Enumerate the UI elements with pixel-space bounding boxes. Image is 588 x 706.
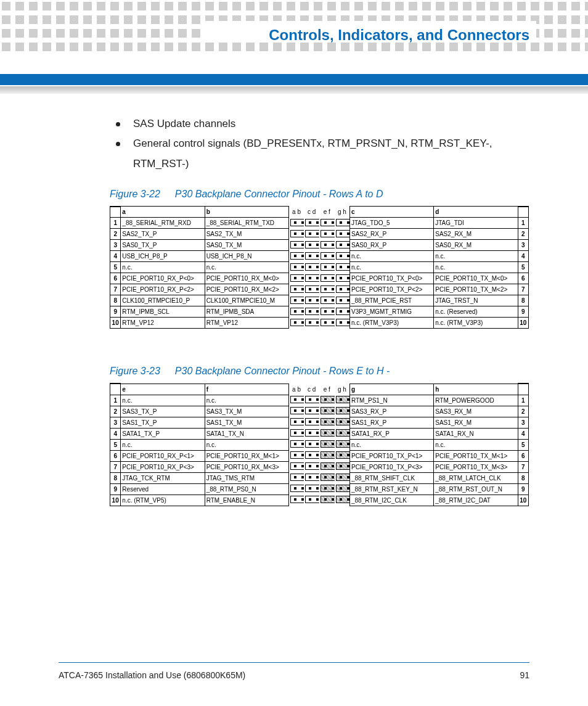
- pin-pair-icon: [321, 319, 335, 326]
- pin-pair-icon: [321, 440, 335, 448]
- pin-pair-icon: [290, 407, 304, 414]
- table-row: 8JTAG_TCK_RTMJTAG_TMS_RTM_88_RTM_SHIFT_C…: [110, 472, 529, 483]
- table-row: 5n.c.n.c.n.c.n.c.5: [110, 262, 529, 273]
- pin-pair-icon: [336, 485, 350, 492]
- pin-pair-icon: [321, 219, 335, 226]
- pin-pair-icon: [336, 297, 350, 304]
- header-blue-bar: [0, 74, 588, 85]
- pin-pair-icon: [305, 418, 319, 425]
- table-row: 1n.c.n.c.RTM_PS1_NRTM_POWERGOOD1: [110, 395, 529, 406]
- table-row: 4SATA1_TX_PSATA1_TX_NSATA1_RX_PSATA1_RX_…: [110, 428, 529, 439]
- pin-pair-icon: [321, 252, 335, 260]
- figure-caption-2: Figure 3-23P30 Backplane Connector Pinou…: [110, 366, 529, 377]
- pin-pair-icon: [336, 474, 350, 481]
- pin-pair-icon: [305, 230, 319, 237]
- pin-pair-icon: [305, 440, 319, 448]
- content-area: SAS Update channels General control sign…: [110, 114, 529, 506]
- table-row: 7PCIE_PORT10_RX_P<2>PCIE_PORT10_RX_M<2>P…: [110, 284, 529, 295]
- pin-pair-icon: [321, 285, 335, 293]
- pin-pair-icon: [321, 308, 335, 315]
- pin-pair-icon: [336, 396, 350, 403]
- pin-pair-icon: [305, 396, 319, 403]
- pin-pair-icon: [321, 496, 335, 503]
- table-row: 10RTM_VP12RTM_VP12n.c. (RTM_V3P3)n.c. (R…: [110, 318, 529, 329]
- pin-pair-icon: [321, 462, 335, 470]
- figure-label: Figure 3-22: [110, 189, 160, 199]
- pin-pair-icon: [290, 451, 304, 459]
- pin-pair-icon: [336, 451, 350, 459]
- table-row: 2SAS2_TX_PSAS2_TX_MSAS2_RX_PSAS2_RX_M2: [110, 229, 529, 240]
- pin-pair-icon: [305, 485, 319, 492]
- pin-pair-icon: [305, 462, 319, 470]
- pin-pair-icon: [305, 474, 319, 481]
- pin-pair-icon: [336, 252, 350, 260]
- pin-pair-icon: [336, 230, 350, 237]
- pin-pair-icon: [336, 263, 350, 271]
- pin-pair-icon: [336, 319, 350, 326]
- pin-pair-icon: [305, 274, 319, 282]
- pin-pair-icon: [305, 219, 319, 226]
- pin-pair-icon: [336, 407, 350, 414]
- pin-pair-icon: [321, 396, 335, 403]
- pin-pair-icon: [305, 407, 319, 414]
- pin-pair-icon: [336, 418, 350, 425]
- pin-pair-icon: [290, 462, 304, 470]
- table-row: 6PCIE_PORT10_RX_P<1>PCIE_PORT10_RX_M<1>P…: [110, 450, 529, 461]
- pin-pair-icon: [305, 241, 319, 248]
- footer-left: ATCA-7365 Installation and Use (6806800K…: [59, 670, 245, 680]
- footer-page-number: 91: [520, 670, 529, 680]
- pin-pair-icon: [336, 274, 350, 282]
- pin-pair-icon: [290, 396, 304, 403]
- pinout-table-2: efa bc de fg hgh1n.c.n.c.RTM_PS1_NRTM_PO…: [110, 383, 529, 506]
- table-row: 7PCIE_PORT10_RX_P<3>PCIE_PORT10_RX_M<3>P…: [110, 461, 529, 472]
- pin-pair-icon: [305, 308, 319, 315]
- footer-rule: [59, 662, 529, 663]
- pin-pair-icon: [290, 252, 304, 260]
- table-header-row: aba bc de fg hcd: [110, 207, 529, 218]
- pin-pair-icon: [305, 297, 319, 304]
- bullet-item: General control signals (BD_PRESENTx, RT…: [116, 134, 529, 174]
- pin-pair-icon: [321, 429, 335, 437]
- figure-title: P30 Backplane Connector Pinout - Rows A …: [175, 189, 383, 199]
- table-row: 3SAS0_TX_PSAS0_TX_MSAS0_RX_PSAS0_RX_M3: [110, 240, 529, 251]
- pin-pair-icon: [290, 485, 304, 492]
- pin-pair-icon: [290, 297, 304, 304]
- figure-caption-1: Figure 3-22P30 Backplane Connector Pinou…: [110, 189, 529, 200]
- pin-pair-icon: [321, 418, 335, 425]
- pin-pair-icon: [336, 496, 350, 503]
- pin-pair-icon: [321, 230, 335, 237]
- page-header-title: Controls, Indicators, and Connectors: [269, 27, 529, 44]
- pin-pair-icon: [305, 429, 319, 437]
- pin-pair-icon: [336, 429, 350, 437]
- pin-pair-icon: [305, 285, 319, 293]
- pin-pair-icon: [336, 440, 350, 448]
- table-header-row: efa bc de fg hgh: [110, 384, 529, 395]
- pin-pair-icon: [290, 263, 304, 271]
- pin-pair-icon: [321, 241, 335, 248]
- table-row: 9RTM_IPMB_SCLRTM_IPMB_SDAV3P3_MGMT_RTMIG…: [110, 306, 529, 318]
- figure-label: Figure 3-23: [110, 366, 160, 376]
- pin-pair-icon: [321, 407, 335, 414]
- pin-pair-icon: [305, 263, 319, 271]
- table-row: 2SAS3_TX_PSAS3_TX_MSAS3_RX_PSAS3_RX_M2: [110, 406, 529, 417]
- table-row: 3SAS1_TX_PSAS1_TX_MSAS1_RX_PSAS1_RX_M3: [110, 417, 529, 428]
- pin-pair-icon: [305, 252, 319, 260]
- bullet-item: SAS Update channels: [116, 114, 529, 134]
- pin-pair-icon: [336, 241, 350, 248]
- pin-pair-icon: [336, 285, 350, 293]
- table-row: 10n.c. (RTM_VP5)RTM_ENABLE_N_88_RTM_I2C_…: [110, 495, 529, 506]
- pin-pair-icon: [305, 451, 319, 459]
- pin-pair-icon: [336, 462, 350, 470]
- pin-pair-icon: [321, 451, 335, 459]
- pin-pair-icon: [290, 319, 304, 326]
- pin-pair-icon: [305, 319, 319, 326]
- pin-pair-icon: [305, 496, 319, 503]
- header-shadow: [0, 86, 588, 94]
- pin-pair-icon: [290, 440, 304, 448]
- pin-pair-icon: [321, 485, 335, 492]
- table-row: 6PCIE_PORT10_RX_P<0>PCIE_PORT10_RX_M<0>P…: [110, 273, 529, 284]
- table-row: 5n.c.n.c.n.c.n.c.5: [110, 439, 529, 450]
- pin-pair-icon: [290, 285, 304, 293]
- pinout-table-1: aba bc de fg hcd1_88_SERIAL_RTM_RXD_88_S…: [110, 206, 529, 329]
- pin-pair-icon: [321, 274, 335, 282]
